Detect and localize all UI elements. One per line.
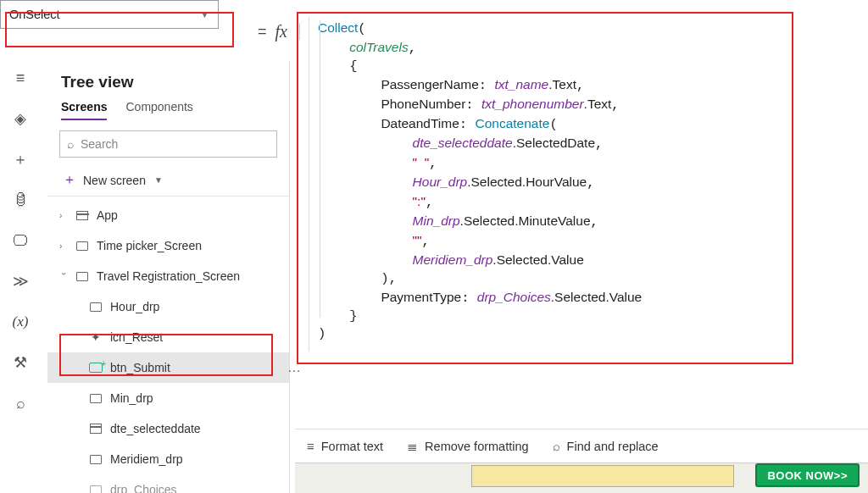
- flows-icon[interactable]: ≫: [12, 273, 29, 290]
- format-text-button[interactable]: ≡ Format text: [307, 439, 383, 453]
- expand-icon[interactable]: ›: [59, 211, 68, 220]
- format-icon: ≡: [307, 439, 314, 453]
- variables-icon[interactable]: (x): [12, 313, 29, 330]
- search-icon: ⌕: [67, 137, 74, 151]
- search-rail-icon[interactable]: ⌕: [12, 395, 29, 412]
- search-icon: ⌕: [553, 439, 560, 453]
- tree-item-min-drp[interactable]: Min_drp: [47, 383, 289, 413]
- indent-guide: [320, 20, 320, 318]
- layers-icon[interactable]: ◈: [12, 110, 29, 127]
- screen-icon: [75, 241, 90, 251]
- tree-item-label: Time picker_Screen: [97, 239, 202, 252]
- left-rail: ≡ ◈ ＋ 🛢 🖵 ≫ (x) ⚒ ⌕: [0, 63, 41, 412]
- expand-icon[interactable]: ›: [59, 241, 68, 251]
- book-now-button[interactable]: BOOK NOW>>: [755, 463, 860, 487]
- collapse-icon[interactable]: ›: [59, 272, 69, 280]
- insert-icon[interactable]: ＋: [12, 151, 29, 168]
- fx-icon: fx: [275, 22, 287, 42]
- media-icon[interactable]: 🖵: [12, 232, 29, 249]
- tree-item-label: Meridiem_drp: [110, 452, 183, 466]
- tree-item-btn-submit[interactable]: btn_Submit: [47, 352, 289, 383]
- tools-icon[interactable]: ⚒: [12, 354, 29, 371]
- screen-icon: [75, 272, 90, 281]
- formula-bar: = fx Collect( colTravels, { PassengerNam…: [248, 17, 860, 352]
- new-screen-label: New screen: [83, 174, 146, 187]
- tree-item-meridiem-drp[interactable]: Meridiem_drp: [47, 444, 289, 474]
- tree-item-label: btn_Submit: [110, 361, 170, 374]
- formula-editor[interactable]: Collect( colTravels, { PassengerName: tx…: [309, 17, 860, 352]
- formula-toolbar: ≡ Format text ≣ Remove formatting ⌕ Find…: [295, 429, 868, 463]
- tab-components[interactable]: Components: [125, 100, 192, 120]
- tab-screens[interactable]: Screens: [61, 100, 107, 120]
- property-dropdown-value: OnSelect: [9, 8, 60, 21]
- chevron-down-icon: ▼: [154, 175, 163, 185]
- equals-sign: =: [258, 23, 267, 41]
- dropdown-icon: [88, 455, 103, 464]
- dropdown-icon: [88, 394, 103, 403]
- tree-item-label: drp_Choices: [110, 483, 177, 493]
- chevron-down-icon: ▼: [200, 9, 209, 19]
- calendar-icon: [88, 424, 103, 434]
- plus-icon: ＋: [63, 171, 76, 189]
- book-now-label: BOOK NOW>>: [767, 469, 848, 482]
- tree-item-label: dte_selecteddate: [110, 422, 201, 435]
- tree-item-dte-selecteddate[interactable]: dte_selecteddate: [47, 413, 289, 444]
- tree-item-label: Min_drp: [110, 391, 153, 405]
- tree-item-drp-choices[interactable]: drp_Choices: [47, 474, 289, 493]
- canvas-input-preview: [471, 465, 734, 487]
- find-replace-button[interactable]: ⌕ Find and replace: [553, 439, 659, 453]
- search-placeholder: Search: [81, 137, 118, 151]
- canvas-preview: BOOK NOW>>: [295, 463, 868, 493]
- app-icon: [75, 211, 90, 220]
- tree-item-label: App: [97, 208, 118, 222]
- divider: [299, 23, 300, 40]
- remove-formatting-label: Remove formatting: [425, 440, 529, 453]
- tree-item-label: icn_Reset: [110, 330, 163, 344]
- dropdown-icon: [88, 485, 103, 494]
- hamburger-icon[interactable]: ≡: [12, 69, 29, 86]
- remove-formatting-button[interactable]: ≣ Remove formatting: [407, 439, 529, 454]
- button-icon: [88, 363, 103, 373]
- format-text-label: Format text: [321, 440, 383, 453]
- icons-icon: ✦: [88, 330, 103, 344]
- formula-code[interactable]: Collect( colTravels, { PassengerName: tx…: [318, 19, 853, 343]
- property-dropdown[interactable]: OnSelect ▼: [0, 0, 219, 29]
- tree-item-label: Travel Registration_Screen: [97, 269, 240, 283]
- tree-item-label: Hour_drp: [110, 300, 159, 313]
- find-replace-label: Find and replace: [567, 440, 659, 453]
- fx-prefix: = fx: [248, 17, 309, 46]
- dropdown-icon: [88, 302, 103, 312]
- data-icon[interactable]: 🛢: [12, 191, 29, 208]
- tree-search[interactable]: ⌕ Search: [59, 130, 277, 158]
- remove-format-icon: ≣: [407, 439, 418, 454]
